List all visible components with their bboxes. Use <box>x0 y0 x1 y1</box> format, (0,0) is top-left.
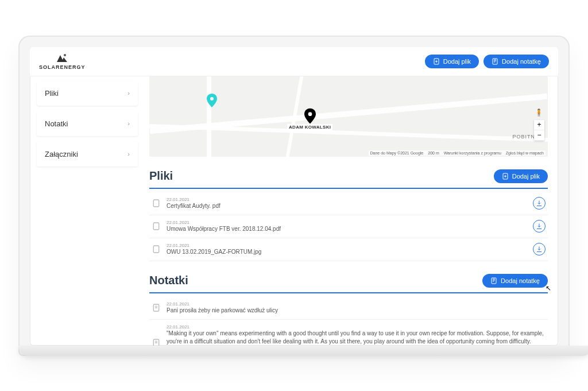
app-header: SOLARENERGY Dodaj plik Dodaj notatkę <box>30 47 558 76</box>
header-action-buttons: Dodaj plik Dodaj notatkę <box>425 55 549 68</box>
note-text: Pani prosiła żeby nie parkować wzdłuż ul… <box>167 307 546 315</box>
sidebar-item-pliki[interactable]: Pliki › <box>37 81 138 106</box>
note-text: "Making it your own" means experimenting… <box>167 330 546 346</box>
file-row-body: 22.01.2021 Umowa Współpracy FTB ver. 201… <box>167 220 527 233</box>
file-plus-icon <box>502 173 509 180</box>
app-screen: SOLARENERGY Dodaj plik Dodaj notatkę Pli… <box>30 47 558 346</box>
file-row-body: 22.01.2021 Certyfikat Audyty. pdf <box>167 197 527 210</box>
map-zoom-out[interactable]: − <box>534 130 544 141</box>
map-credits-report[interactable]: Zgłoś błąd w mapach <box>506 151 544 155</box>
chevron-right-icon: › <box>127 150 130 157</box>
add-file-button-label: Dodaj plik <box>443 58 471 65</box>
file-date: 22.01.2021 <box>167 220 527 225</box>
pin-icon <box>207 94 217 107</box>
download-button[interactable] <box>533 243 546 255</box>
app-body: Pliki › Notatki › Załączniki › <box>30 76 558 346</box>
file-name: OWU 13.02.2019_GAZ-FORTUM.jpg <box>167 248 527 256</box>
download-icon <box>536 246 543 253</box>
add-note-button-section[interactable]: Dodaj notatkę <box>482 274 548 288</box>
sidebar-item-label: Załączniki <box>45 150 78 158</box>
file-row: 22.01.2021 Certyfikat Audyty. pdf <box>149 192 548 215</box>
download-button[interactable] <box>533 197 546 210</box>
add-note-button-label: Dodaj notatkę <box>502 58 541 65</box>
note-date: 22.01.2021 <box>167 324 546 330</box>
add-file-button-header[interactable]: Dodaj plik <box>425 55 479 68</box>
notes-section-header: Notatki Dodaj notatkę <box>149 274 548 288</box>
add-note-button-label: Dodaj notatkę <box>501 277 540 284</box>
map-zoom-in[interactable]: + <box>534 120 544 130</box>
file-icon <box>152 245 161 254</box>
map-marker-secondary[interactable] <box>207 94 217 110</box>
notes-section-title: Notatki <box>149 274 188 287</box>
note-row-body: 22.01.2021 Pani prosiła żeby nie parkowa… <box>167 301 546 315</box>
note-date: 22.01.2021 <box>167 301 546 307</box>
add-file-button-section[interactable]: Dodaj plik <box>494 169 548 183</box>
file-row: 22.01.2021 Umowa Współpracy FTB ver. 201… <box>149 215 548 238</box>
map-panel[interactable]: ADAM KOWALSKI POBITNO 🧍 + − Dane do Mapy… <box>149 76 548 157</box>
file-icon <box>152 199 161 208</box>
file-date: 22.01.2021 <box>167 243 527 248</box>
map-marker-label: ADAM KOWALSKI <box>287 124 332 130</box>
note-row: 22.01.2021 "Making it your own" means ex… <box>149 320 548 346</box>
map-road <box>207 76 211 157</box>
svg-rect-10 <box>153 246 158 253</box>
files-section: Pliki Dodaj plik 22.01.2021 Certyfikat A… <box>149 169 548 261</box>
file-icon <box>152 222 161 231</box>
sidebar-item-zalaczniki[interactable]: Załączniki › <box>37 142 138 167</box>
section-divider <box>149 292 548 293</box>
svg-rect-8 <box>153 200 158 207</box>
map-credits-scale: 200 m <box>428 151 439 155</box>
map-credits-data: Dane do Mapy ©2021 Google <box>370 151 424 155</box>
note-icon <box>152 303 161 312</box>
download-icon <box>536 223 543 230</box>
file-row: 22.01.2021 OWU 13.02.2019_GAZ-FORTUM.jpg <box>149 238 548 261</box>
note-row-body: 22.01.2021 "Making it your own" means ex… <box>167 324 546 346</box>
brand-name: SOLARENERGY <box>39 64 86 70</box>
section-divider <box>149 188 548 189</box>
brand-logo: SOLARENERGY <box>39 53 86 70</box>
map-zoom-controls: + − <box>534 120 544 141</box>
sidebar-item-notatki[interactable]: Notatki › <box>37 111 138 136</box>
chevron-right-icon: › <box>127 120 130 127</box>
notes-section: Notatki Dodaj notatkę ↖ 22.01.2021 Pani … <box>149 274 548 346</box>
note-icon <box>152 338 161 346</box>
note-row: 22.01.2021 Pani prosiła żeby nie parkowa… <box>149 297 548 320</box>
note-plus-icon <box>490 277 497 284</box>
sidebar: Pliki › Notatki › Załączniki › <box>30 76 145 346</box>
add-file-button-label: Dodaj plik <box>512 173 540 180</box>
pin-icon <box>304 108 316 124</box>
files-section-title: Pliki <box>149 169 173 183</box>
map-pegman-icon[interactable]: 🧍 <box>535 109 543 117</box>
svg-point-0 <box>64 54 66 56</box>
note-plus-icon <box>492 58 498 65</box>
sidebar-item-label: Pliki <box>45 89 59 98</box>
download-button[interactable] <box>533 220 546 233</box>
laptop-base <box>18 346 588 356</box>
file-date: 22.01.2021 <box>167 197 527 202</box>
map-marker-primary[interactable]: ADAM KOWALSKI <box>287 108 332 130</box>
main-content: ADAM KOWALSKI POBITNO 🧍 + − Dane do Mapy… <box>145 76 558 346</box>
sidebar-item-label: Notatki <box>45 119 68 128</box>
chevron-right-icon: › <box>127 90 130 96</box>
file-row-body: 22.01.2021 OWU 13.02.2019_GAZ-FORTUM.jpg <box>167 243 527 256</box>
laptop-mockup-frame: SOLARENERGY Dodaj plik Dodaj notatkę Pli… <box>18 36 570 356</box>
file-name: Umowa Współpracy FTB ver. 2018.12.04.pdf <box>167 225 527 233</box>
add-note-button-header[interactable]: Dodaj notatkę <box>483 55 549 68</box>
file-plus-icon <box>433 58 440 65</box>
files-section-header: Pliki Dodaj plik <box>149 169 548 183</box>
download-icon <box>536 200 543 207</box>
map-credits-terms[interactable]: Warunki korzystania z programu <box>444 151 501 155</box>
svg-rect-13 <box>153 339 158 346</box>
file-name: Certyfikat Audyty. pdf <box>167 202 527 210</box>
solar-logo-icon <box>56 53 68 63</box>
map-credits: Dane do Mapy ©2021 Google 200 m Warunki … <box>369 150 546 156</box>
svg-rect-9 <box>153 223 158 230</box>
